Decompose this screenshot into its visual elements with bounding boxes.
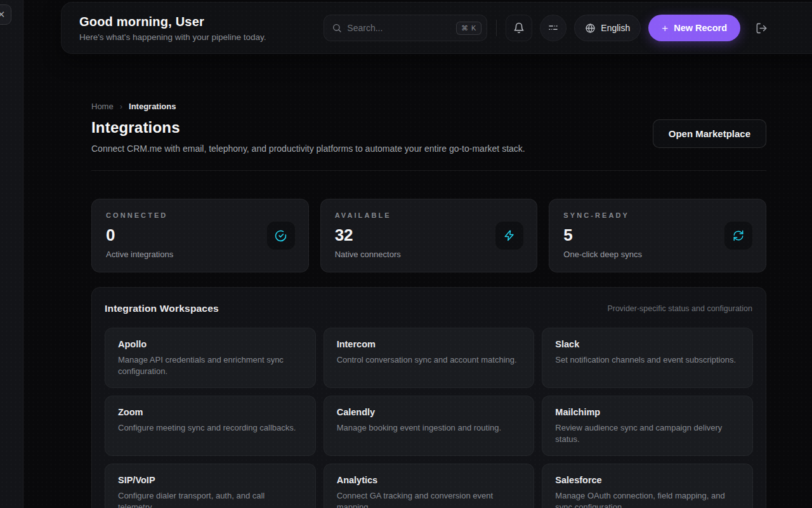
breadcrumb: Home › Integrations <box>91 102 766 111</box>
workspaces-header: Integration Workspaces Provider-specific… <box>105 303 753 314</box>
search-shortcut-badge: ⌘ K <box>456 22 481 35</box>
stat-label: SYNC-READY <box>563 211 752 219</box>
workspace-card-analytics[interactable]: Analytics Connect GA tracking and conver… <box>324 464 535 508</box>
header-divider <box>496 20 497 36</box>
notifications-button[interactable] <box>506 15 532 41</box>
plus-icon: + <box>662 23 668 34</box>
stat-card-sync-ready: SYNC-READY 5 One-click deep syncs <box>549 199 766 272</box>
workspace-name: Zoom <box>118 407 303 417</box>
search-box[interactable]: ⌘ K <box>324 15 487 41</box>
integration-workspaces-panel: Integration Workspaces Provider-specific… <box>91 287 766 508</box>
workspace-description: Manage booking event ingestion and routi… <box>337 422 521 434</box>
workspace-card-mailchimp[interactable]: Mailchimp Review audience sync and campa… <box>542 396 753 456</box>
header-divider-line <box>91 170 766 171</box>
workspaces-subtitle: Provider-specific status and configurati… <box>607 304 752 313</box>
workspace-description: Control conversation sync and account ma… <box>337 354 521 366</box>
stat-card-connected: CONNECTED 0 Active integrations <box>91 199 309 272</box>
workspace-description: Configure dialer transport, auth, and ca… <box>118 490 303 508</box>
workspace-description: Configure meeting sync and recording cal… <box>118 422 303 434</box>
breadcrumb-home-link[interactable]: Home <box>91 102 114 111</box>
main-content: Home › Integrations Integrations Connect… <box>91 102 766 508</box>
preferences-button[interactable] <box>540 15 566 41</box>
language-selector[interactable]: English <box>574 15 641 41</box>
sliders-icon <box>547 22 559 34</box>
workspace-card-zoom[interactable]: Zoom Configure meeting sync and recordin… <box>105 396 316 456</box>
page-description: Connect CRM.me with email, telephony, an… <box>91 144 525 154</box>
language-label: English <box>601 23 630 33</box>
workspace-card-slack[interactable]: Slack Set notification channels and even… <box>542 328 753 388</box>
check-circle-icon <box>266 221 296 250</box>
sidebar-collapsed-strip: ✕ <box>0 0 23 508</box>
workspace-name: Apollo <box>118 339 303 349</box>
sidebar-toggle-button[interactable]: ✕ <box>0 4 11 25</box>
workspace-card-calendly[interactable]: Calendly Manage booking event ingestion … <box>324 396 535 456</box>
new-record-button[interactable]: + New Record <box>648 15 740 41</box>
workspace-name: Intercom <box>337 339 521 349</box>
bolt-icon <box>495 221 524 250</box>
stat-label: CONNECTED <box>106 211 294 219</box>
search-icon <box>332 23 342 33</box>
workspace-card-apollo[interactable]: Apollo Manage API credentials and enrich… <box>105 328 316 388</box>
workspace-name: Analytics <box>337 475 521 485</box>
sync-icon <box>724 221 753 250</box>
search-input[interactable] <box>347 23 451 33</box>
logout-icon <box>756 22 768 34</box>
top-header-bar: Good morning, User Here's what's happeni… <box>61 2 812 54</box>
stat-label: AVAILABLE <box>335 211 523 219</box>
page-title: Integrations <box>91 119 525 137</box>
stats-row: CONNECTED 0 Active integrations AVAILABL… <box>91 199 766 272</box>
page-header-row: Integrations Connect CRM.me with email, … <box>91 119 766 154</box>
stat-caption: Active integrations <box>106 250 294 259</box>
open-marketplace-button[interactable]: Open Marketplace <box>653 119 766 148</box>
logout-button[interactable] <box>752 15 771 41</box>
breadcrumb-current: Integrations <box>129 102 176 111</box>
page-header-text: Integrations Connect CRM.me with email, … <box>91 119 525 154</box>
workspace-card-intercom[interactable]: Intercom Control conversation sync and a… <box>324 328 535 388</box>
workspace-description: Review audience sync and campaign delive… <box>555 422 740 444</box>
stat-caption: Native connectors <box>335 250 523 259</box>
globe-icon <box>585 23 596 34</box>
greeting-subtitle: Here's what's happening with your pipeli… <box>79 32 266 42</box>
stat-card-available: AVAILABLE 32 Native connectors <box>320 199 538 272</box>
greeting-title: Good morning, User <box>79 15 266 29</box>
workspace-description: Set notification channels and event subs… <box>555 354 740 366</box>
workspace-name: SIP/VoIP <box>118 475 303 485</box>
header-actions: ⌘ K English + New Record <box>324 15 771 41</box>
new-record-label: New Record <box>674 23 727 33</box>
workspace-description: Connect GA tracking and conversion event… <box>337 490 521 508</box>
workspace-card-salesforce[interactable]: Salesforce Manage OAuth connection, fiel… <box>542 464 753 508</box>
workspaces-title: Integration Workspaces <box>105 303 219 314</box>
workspace-card-sip-voip[interactable]: SIP/VoIP Configure dialer transport, aut… <box>105 464 316 508</box>
stat-caption: One-click deep syncs <box>563 250 752 259</box>
close-icon: ✕ <box>0 9 5 20</box>
workspace-name: Salesforce <box>555 475 740 485</box>
workspace-name: Mailchimp <box>555 407 740 417</box>
bell-icon <box>513 22 525 34</box>
workspace-name: Calendly <box>337 407 521 417</box>
chevron-right-icon: › <box>120 102 122 111</box>
workspace-name: Slack <box>555 339 740 349</box>
workspace-description: Manage OAuth connection, field mapping, … <box>555 490 740 508</box>
greeting-block: Good morning, User Here's what's happeni… <box>79 15 266 42</box>
workspaces-grid: Apollo Manage API credentials and enrich… <box>105 328 753 508</box>
workspace-description: Manage API credentials and enrichment sy… <box>118 354 303 377</box>
